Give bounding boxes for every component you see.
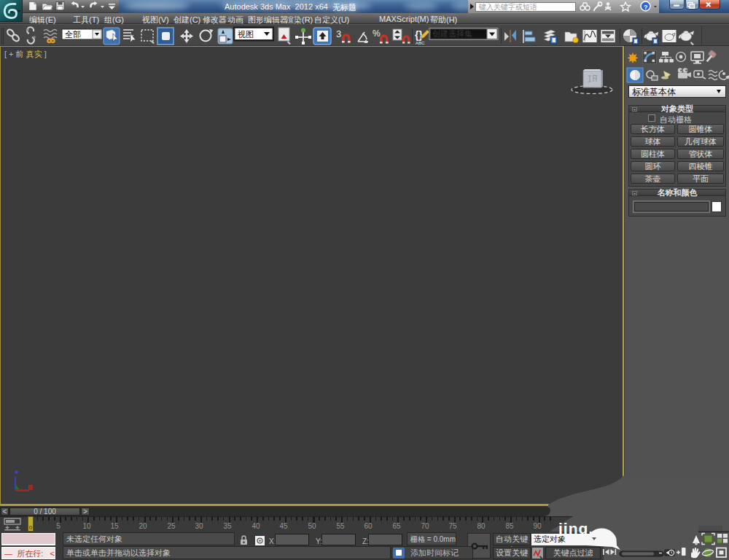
svg-text:创建选择集: 创建选择集 (432, 29, 472, 38)
svg-text:3: 3 (336, 28, 341, 39)
svg-text:全部: 全部 (65, 30, 81, 39)
svg-text:视图: 视图 (238, 30, 254, 39)
svg-text:ABC: ABC (416, 41, 425, 45)
svg-text:%: % (373, 28, 381, 39)
svg-text:?: ? (644, 4, 648, 11)
